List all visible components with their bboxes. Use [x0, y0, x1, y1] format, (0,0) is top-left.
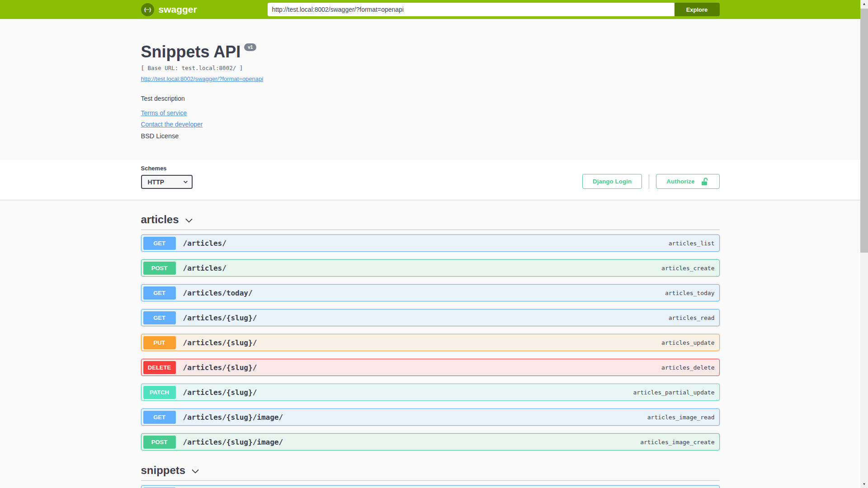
swagger-brand: {···} swagger: [141, 3, 197, 16]
operation-id: articles_today: [665, 290, 715, 296]
section-tag-label: articles: [141, 213, 179, 226]
scheme-container: Schemes HTTP Django Login Authorize: [0, 160, 860, 200]
api-title-text: Snippets API: [141, 42, 241, 61]
scrollbar-up-arrow-icon[interactable]: ▲: [860, 0, 868, 8]
explore-button[interactable]: Explore: [675, 3, 720, 16]
version-badge: v1: [244, 43, 256, 51]
license-text: BSD License: [141, 132, 720, 140]
operation-row[interactable]: PUT /articles/{slug}/ articles_update: [141, 334, 720, 351]
operation-row[interactable]: GET /articles/today/ articles_today: [141, 284, 720, 301]
scrollbar-down-arrow-icon[interactable]: ▼: [860, 480, 868, 488]
vertical-scrollbar[interactable]: ▲ ▼: [860, 0, 868, 488]
operation-row[interactable]: GET /articles/{slug}/image/ articles_ima…: [141, 408, 720, 426]
operation-path: /articles/: [183, 264, 226, 272]
operation-id: articles_read: [669, 314, 715, 321]
operation-id: articles_image_create: [640, 439, 714, 446]
page-title: Snippets API v1: [141, 42, 720, 61]
operation-row[interactable]: DELETE /articles/{slug}/ articles_delete: [141, 359, 720, 376]
operation-path: /articles/{slug}/: [183, 338, 257, 347]
operation-row[interactable]: POST /articles/{slug}/image/ articles_im…: [141, 433, 720, 450]
operation-id: articles_image_read: [647, 414, 715, 421]
operation-path: /articles/{slug}/: [183, 363, 257, 372]
authorize-label: Authorize: [666, 178, 694, 185]
method-badge: GET: [143, 411, 176, 424]
section-articles-header[interactable]: articles: [141, 213, 720, 230]
operation-path: /articles/today/: [183, 289, 253, 297]
method-badge: GET: [143, 237, 176, 250]
spec-link[interactable]: http://test.local:8002/swagger/?format=o…: [141, 75, 264, 82]
django-login-button[interactable]: Django Login: [582, 174, 642, 189]
section-snippets-header[interactable]: snippets: [141, 464, 720, 481]
operation-id: articles_delete: [661, 364, 714, 371]
operation-row[interactable]: GET /articles/{slug}/ articles_read: [141, 309, 720, 326]
auth-wrapper: Django Login Authorize: [582, 174, 719, 189]
operation-id: articles_partial_update: [633, 389, 714, 396]
operation-row[interactable]: PATCH /articles/{slug}/ articles_partial…: [141, 384, 720, 401]
scrollbar-thumb[interactable]: [860, 9, 868, 253]
terms-of-service-link[interactable]: Terms of service: [141, 109, 187, 117]
topbar: {···} swagger Explore: [0, 0, 860, 19]
method-badge: PUT: [143, 336, 176, 349]
operation-path: /articles/{slug}/: [183, 388, 257, 397]
schemes-block: Schemes HTTP: [141, 165, 193, 189]
swagger-logo-icon: {···}: [141, 3, 154, 16]
explore-form: Explore: [268, 3, 720, 16]
operation-path: /articles/: [183, 239, 226, 248]
chevron-down-icon: [184, 216, 193, 225]
method-badge: PATCH: [143, 386, 176, 399]
operation-row[interactable]: GET /articles/ articles_list: [141, 235, 720, 252]
contact-developer-link[interactable]: Contact the developer: [141, 121, 203, 128]
django-login-label: Django Login: [593, 178, 632, 185]
section-snippets: snippets GET /snippets/ snippets_list: [141, 464, 720, 488]
method-badge: POST: [143, 262, 176, 275]
api-description: Test description: [141, 95, 720, 102]
auth-divider: [649, 174, 649, 189]
operation-id: articles_list: [669, 240, 715, 247]
method-badge: DELETE: [143, 361, 176, 374]
operation-id: articles_create: [661, 265, 714, 272]
chevron-down-icon: [191, 467, 200, 476]
operation-id: articles_update: [661, 339, 714, 346]
method-badge: GET: [143, 311, 176, 324]
method-badge: POST: [143, 436, 176, 449]
section-tag-label: snippets: [141, 464, 186, 477]
operation-row[interactable]: GET /snippets/ snippets_list: [141, 485, 720, 488]
schemes-select[interactable]: HTTP: [141, 175, 193, 189]
base-url: [ Base URL: test.local:8002/ ]: [141, 65, 720, 71]
operation-path: /articles/{slug}/image/: [183, 413, 283, 422]
operation-path: /articles/{slug}/: [183, 314, 257, 322]
operation-path: /articles/{slug}/image/: [183, 438, 283, 446]
authorize-button[interactable]: Authorize: [656, 174, 719, 189]
unlocked-padlock-icon: [700, 177, 709, 186]
spec-url-input[interactable]: [268, 3, 675, 16]
api-info-section: Snippets API v1 [ Base URL: test.local:8…: [0, 19, 860, 160]
operation-row[interactable]: POST /articles/ articles_create: [141, 259, 720, 277]
brand-name: swagger: [159, 4, 197, 15]
section-articles: articles GET /articles/ articles_list PO…: [141, 213, 720, 450]
swagger-ui-page: {···} swagger Explore Snippets API v1 [ …: [0, 0, 860, 488]
schemes-label: Schemes: [141, 165, 193, 172]
method-badge: GET: [143, 286, 176, 300]
